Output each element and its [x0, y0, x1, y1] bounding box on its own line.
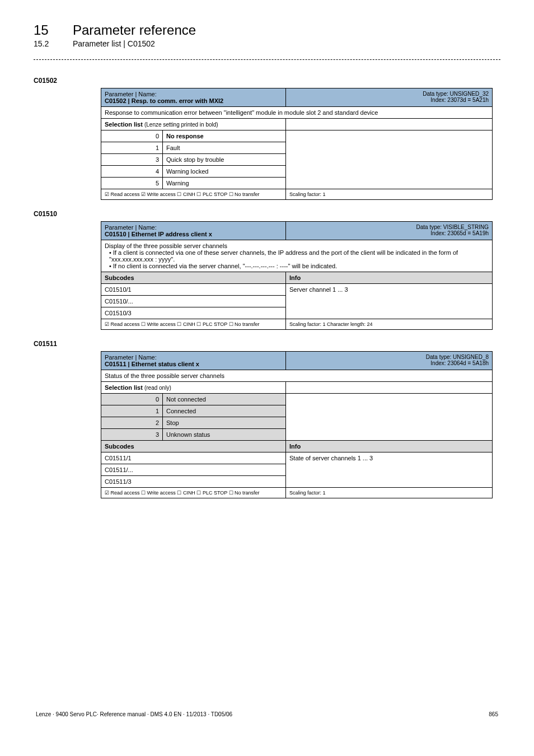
chapter-title: Parameter reference: [73, 22, 196, 38]
access-flags: ☑ Read access ☐ Write access ☐ CINH ☐ PL…: [101, 488, 286, 498]
param-name: C01502 | Resp. to comm. error with MXI2: [105, 97, 282, 104]
param-label: Parameter | Name:: [105, 224, 282, 231]
param-name: C01511 | Ethernet status client x: [105, 361, 282, 367]
sel-num: 4: [101, 166, 163, 178]
scaling-factor: Scaling factor: 1: [286, 189, 493, 200]
subcode: C01511/...: [101, 464, 286, 476]
selection-list-sub: (Lenze setting printed in bold): [144, 122, 218, 128]
subcode: C01510/...: [101, 296, 286, 307]
subcode: C01510/3: [101, 307, 286, 319]
subcode: C01510/1: [101, 284, 286, 296]
table-c01502: Parameter | Name: C01502 | Resp. to comm…: [101, 88, 493, 200]
description-bullet: • If a client is connected via one of th…: [105, 249, 489, 263]
index: Index: 23065d = 5A19h: [289, 230, 489, 236]
sel-val: Warning locked: [163, 166, 286, 178]
index: Index: 23073d = 5A21h: [289, 97, 489, 103]
info-value: State of server channels 1 ... 3: [286, 452, 493, 488]
subcodes-label: Subcodes: [101, 441, 286, 452]
param-code-c01502: C01502: [34, 77, 500, 85]
data-type: Data type: VISIBLE_STRING: [289, 224, 489, 230]
param-label: Parameter | Name:: [105, 91, 282, 97]
selection-list-sub: (read only): [144, 385, 171, 391]
param-code-c01511: C01511: [34, 340, 500, 348]
sel-val: Quick stop by trouble: [163, 154, 286, 166]
sel-val: Fault: [163, 142, 286, 154]
subcode: C01511/1: [101, 452, 286, 464]
scaling-factor: Scaling factor: 1: [286, 488, 493, 498]
subcodes-label: Subcodes: [101, 272, 286, 284]
chapter-number: 15: [34, 22, 56, 38]
sel-val: Stop: [163, 417, 286, 429]
param-name: C01510 | Ethernet IP address client x: [105, 231, 282, 237]
sel-num: 1: [101, 405, 163, 417]
description: Response to communication error between …: [101, 107, 493, 119]
param-label: Parameter | Name:: [105, 354, 282, 361]
data-type: Data type: UNSIGNED_32: [289, 91, 489, 97]
description-bullet: • If no client is connected via the serv…: [105, 263, 489, 269]
access-flags: ☑ Read access ☐ Write access ☐ CINH ☐ PL…: [101, 319, 286, 330]
scaling-factor: Scaling factor: 1 Character length: 24: [286, 319, 493, 330]
table-c01510: Parameter | Name: C01510 | Ethernet IP a…: [101, 221, 493, 330]
footer-left: Lenze · 9400 Servo PLC· Reference manual…: [36, 711, 232, 717]
section-title: Parameter list | C01502: [73, 39, 155, 48]
sel-num: 3: [101, 429, 163, 441]
sel-val: No response: [163, 130, 286, 142]
description-line: Display of the three possible server cha…: [105, 242, 489, 249]
param-code-c01510: C01510: [34, 210, 500, 218]
sel-num: 5: [101, 178, 163, 189]
sel-num: 2: [101, 417, 163, 429]
description: Status of the three possible server chan…: [101, 370, 493, 382]
data-type: Data type: UNSIGNED_8: [289, 354, 489, 360]
subcode: C01511/3: [101, 476, 286, 488]
table-c01511: Parameter | Name: C01511 | Ethernet stat…: [101, 351, 493, 498]
divider: [34, 59, 500, 60]
sel-val: Unknown status: [163, 429, 286, 441]
sel-num: 0: [101, 130, 163, 142]
info-value: Server channel 1 ... 3: [286, 284, 493, 319]
sel-num: 0: [101, 394, 163, 405]
sel-num: 1: [101, 142, 163, 154]
sel-val: Connected: [163, 405, 286, 417]
sel-num: 3: [101, 154, 163, 166]
index: Index: 23064d = 5A18h: [289, 360, 489, 366]
sel-val: Not connected: [163, 394, 286, 405]
selection-list-label: Selection list: [105, 384, 143, 391]
section-number: 15.2: [34, 39, 56, 48]
info-label: Info: [286, 272, 493, 284]
sel-val: Warning: [163, 178, 286, 189]
access-flags: ☑ Read access ☑ Write access ☐ CINH ☐ PL…: [101, 189, 286, 200]
selection-list-label: Selection list: [105, 121, 143, 128]
page-number: 865: [489, 711, 498, 717]
info-label: Info: [286, 441, 493, 452]
